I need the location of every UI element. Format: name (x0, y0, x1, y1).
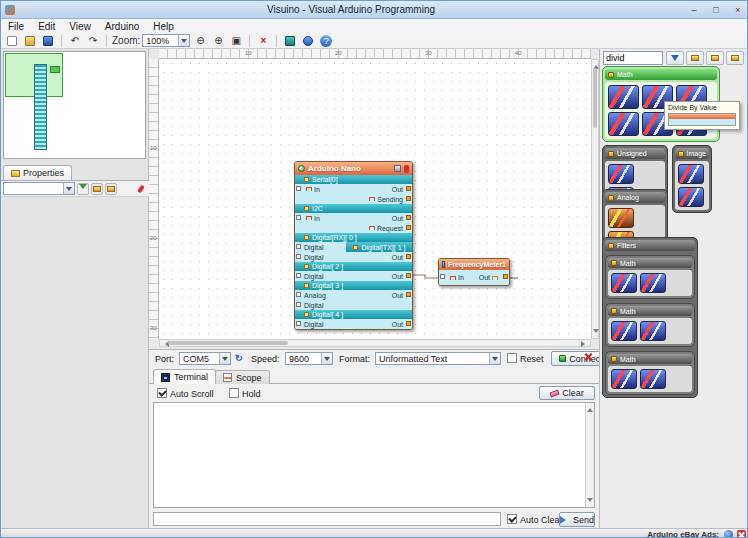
reset-checkbox[interactable] (507, 353, 517, 363)
output-pin[interactable] (406, 225, 411, 230)
category-header[interactable]: Filters (605, 240, 695, 251)
zoom-select[interactable]: 100% (142, 34, 190, 47)
wrench-icon[interactable] (394, 165, 401, 172)
category-header[interactable]: Analog (605, 192, 665, 203)
component-frequency-meter[interactable]: FrequencyMeter1 In Out (438, 258, 510, 286)
new-file-icon[interactable] (4, 34, 20, 48)
output-pin[interactable] (406, 186, 411, 191)
category-header[interactable]: Math (608, 354, 692, 364)
component-tile-icon[interactable] (640, 273, 666, 293)
port-select[interactable]: COM5 (179, 352, 231, 365)
ads-info-icon[interactable] (724, 530, 733, 538)
component-tile-icon[interactable] (608, 85, 639, 109)
category-header[interactable]: Image (675, 148, 709, 159)
auto-scroll-checkbox[interactable] (157, 388, 167, 398)
category-header[interactable]: Math (608, 258, 692, 268)
menu-help[interactable]: Help (146, 19, 181, 33)
ads-close-icon[interactable] (737, 530, 746, 538)
close-button[interactable]: × (727, 3, 748, 17)
send-input[interactable] (153, 512, 501, 526)
delete-icon[interactable]: × (255, 34, 271, 48)
title-bar[interactable]: Visuino - Visual Arduino Programming – □… (1, 1, 748, 19)
refresh-ports-icon[interactable]: ↻ (235, 353, 243, 363)
output-pin[interactable] (406, 292, 411, 297)
disconnect-icon[interactable] (582, 351, 595, 364)
component-tile-icon[interactable] (608, 208, 634, 228)
output-pin[interactable] (503, 274, 508, 279)
component-tile-icon[interactable] (611, 273, 637, 293)
output-pin[interactable] (406, 273, 411, 278)
input-pin[interactable] (296, 302, 301, 307)
maximize-button[interactable]: □ (705, 3, 727, 17)
view-options-icon[interactable] (726, 51, 744, 65)
menu-view[interactable]: View (62, 19, 98, 33)
output-pin[interactable] (406, 321, 411, 326)
output-pin[interactable] (406, 196, 411, 201)
input-pin[interactable] (296, 292, 301, 297)
undo-icon[interactable]: ↶ (67, 34, 83, 48)
open-file-icon[interactable] (22, 34, 38, 48)
category-image[interactable]: Image (672, 145, 712, 213)
input-pin[interactable] (296, 215, 301, 220)
hold-checkbox[interactable] (229, 388, 239, 398)
save-file-icon[interactable] (40, 34, 56, 48)
send-button[interactable]: Send (559, 512, 595, 527)
menu-arduino[interactable]: Arduino (98, 19, 146, 33)
terminal-scrollbar[interactable] (585, 403, 594, 507)
zoom-in-icon[interactable]: ⊕ (210, 34, 226, 48)
expand-categories-icon[interactable] (91, 183, 103, 195)
canvas-vertical-scrollbar[interactable] (591, 59, 599, 339)
subcategory-math[interactable]: Math (605, 303, 695, 347)
subcategory-math[interactable]: Math (605, 351, 695, 395)
property-filter-select[interactable] (3, 182, 75, 195)
terminal-output[interactable] (153, 402, 595, 508)
menu-edit[interactable]: Edit (31, 19, 62, 33)
component-arduino-nano[interactable]: Arduino Nano Serial[0] In Out Sending (294, 161, 413, 330)
chevron-down-icon[interactable] (489, 353, 500, 364)
output-pin[interactable] (406, 215, 411, 220)
menu-file[interactable]: File (1, 19, 31, 33)
search-input[interactable] (603, 51, 663, 65)
subcategory-math[interactable]: Math (605, 255, 695, 299)
component-tile-icon[interactable] (640, 321, 666, 341)
chevron-down-icon[interactable] (178, 35, 189, 46)
output-pin[interactable] (406, 254, 411, 259)
pin-panel-icon[interactable] (135, 183, 147, 195)
input-pin[interactable] (296, 321, 301, 326)
component-tile-icon[interactable] (611, 321, 637, 341)
component-tile-icon[interactable] (611, 369, 637, 389)
chevron-down-icon[interactable] (63, 183, 74, 194)
tab-scope[interactable]: Scope (215, 370, 270, 384)
component-tile-icon[interactable] (678, 187, 704, 207)
component-tile-icon[interactable] (608, 164, 634, 184)
redo-icon[interactable]: ↷ (85, 34, 101, 48)
category-header[interactable]: Math (608, 306, 692, 316)
expand-all-icon[interactable] (686, 51, 704, 65)
collapse-all-icon[interactable] (706, 51, 724, 65)
category-filters[interactable]: Filters Math Math (602, 237, 698, 398)
component-header[interactable]: FrequencyMeter1 (439, 259, 509, 270)
search-go-icon[interactable] (666, 51, 684, 65)
input-pin[interactable] (296, 254, 301, 259)
component-tile-icon[interactable] (640, 369, 666, 389)
zoom-fit-icon[interactable]: ▣ (228, 34, 244, 48)
speed-select[interactable]: 9600 (285, 352, 333, 365)
chevron-down-icon[interactable] (321, 353, 332, 364)
clear-button[interactable]: Clear (539, 386, 595, 400)
component-tile-icon[interactable] (608, 112, 639, 136)
component-tile-icon[interactable] (678, 164, 704, 184)
category-header[interactable]: Math (605, 69, 717, 80)
filter-icon[interactable] (77, 183, 89, 195)
input-pin[interactable] (296, 273, 301, 278)
category-header[interactable]: Unsigned (605, 148, 665, 159)
tab-properties[interactable]: Properties (3, 165, 72, 180)
canvas-horizontal-scrollbar[interactable] (159, 339, 591, 347)
input-pin[interactable] (440, 274, 445, 279)
minimize-button[interactable]: – (683, 3, 705, 17)
design-canvas[interactable]: Arduino Nano Serial[0] In Out Sending (159, 59, 591, 339)
tab-terminal[interactable]: Terminal (153, 369, 216, 384)
input-pin[interactable] (296, 186, 301, 191)
format-select[interactable]: Unformatted Text (375, 352, 501, 365)
board-icon[interactable] (282, 34, 298, 48)
zoom-out-icon[interactable]: ⊖ (192, 34, 208, 48)
